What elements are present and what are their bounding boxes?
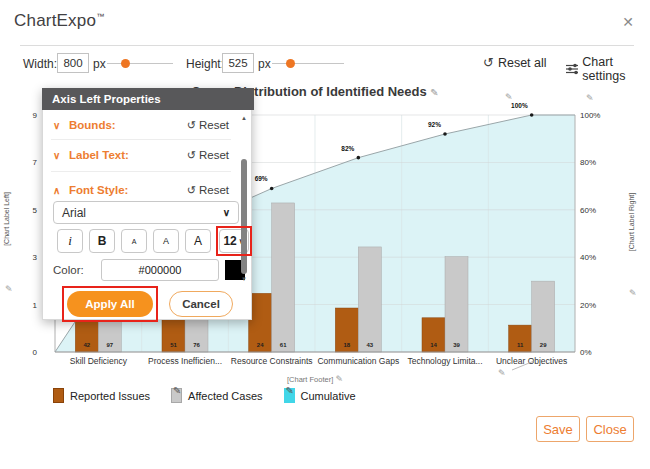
width-slider[interactable] [107,62,173,66]
edit-right-label-pencil-icon[interactable]: ✎ [629,288,637,298]
chart-footer: [Chart Footer] ✎ [55,374,575,384]
x-axis-category-label: Resource Constraints [231,356,313,366]
legend-label: Affected Cases [188,390,262,402]
chevron-down-icon[interactable]: ∨ [53,150,69,161]
font-family-select[interactable]: Arial ∨ [53,201,239,224]
cumulative-point-label: 82% [341,145,354,152]
font-size-small-button[interactable]: A [121,229,147,253]
height-input[interactable] [222,53,254,73]
reset-all-button[interactable]: ↺ Reset all [483,55,547,70]
width-label: Width: [23,57,57,71]
edit-series-pencil-icon[interactable]: ✎ [173,385,181,396]
left-axis-tick-label: 9 [33,111,38,120]
left-axis-tick-label: 7 [33,158,38,167]
right-axis-tick-label: 100% [580,111,600,120]
divider [51,171,231,172]
edit-series-pencil-icon[interactable]: ✎ [286,385,294,396]
left-axis-tick-label: 5 [33,206,38,215]
width-unit: px [93,57,106,71]
color-hex-input[interactable] [101,259,219,281]
height-label: Height: [186,57,224,71]
width-slider-handle[interactable] [121,59,130,68]
save-button[interactable]: Save [536,416,580,442]
bounds-reset-button[interactable]: ↺Reset [187,119,229,132]
right-axis-tick-label: 0% [580,348,592,357]
height-slider[interactable] [272,62,344,66]
divider [51,139,231,140]
right-axis-tick-label: 60% [580,206,596,215]
italic-button[interactable]: i [57,229,83,253]
close-button[interactable]: Close [586,416,634,442]
scroll-down-icon[interactable]: ▼ [240,276,248,282]
legend-item[interactable]: ✎Affected Cases [171,388,262,403]
chartexpo-dialog: ChartExpo™ ✕ Width: px Height: px ↺ Rese… [0,0,650,469]
cancel-button[interactable]: Cancel [169,291,233,317]
section-label-text[interactable]: ∨ Label Text: ↺Reset [53,146,229,164]
cumulative-point [530,113,534,117]
legend-item[interactable]: Reported Issues [53,388,150,403]
font-size-large-button[interactable]: A [185,229,211,253]
chevron-down-icon: ∨ [223,207,230,218]
height-unit: px [258,57,271,71]
chart-settings-button[interactable]: Chart settings [566,55,650,83]
legend-label: Reported Issues [70,390,150,402]
x-axis-category-label: Technology Limita... [407,356,482,366]
right-axis-tick-label: 20% [580,301,596,310]
bar-value-label: 61 [280,342,287,348]
bar-value-label: 24 [257,342,264,348]
x-axis-category-label: Process Inefficien... [148,356,222,366]
bar-value-label: 29 [540,342,547,348]
trademark-symbol: ™ [96,12,104,21]
bar-affected-cases [445,257,468,352]
scrollbar-thumb[interactable] [241,159,247,274]
panel-title: Axis Left Properties [42,88,254,110]
cumulative-point-label: 100% [511,102,528,109]
bar-value-label: 18 [343,342,350,348]
x-axis-category-label: Unclear Objectives [496,356,567,366]
scroll-up-icon[interactable]: ▲ [240,115,248,121]
bold-button[interactable]: B [89,229,115,253]
bar-affected-cases [272,203,295,352]
bar-value-label: 43 [366,342,373,348]
legend-swatch: ✎ [171,388,182,403]
font-size-medium-button[interactable]: A [153,229,179,253]
label-text-reset-button[interactable]: ↺Reset [187,149,229,162]
legend-item[interactable]: ✎Cumulative [284,388,356,403]
edit-title-pencil-icon[interactable]: ✎ [430,87,438,98]
bar-value-label: 76 [193,342,200,348]
cumulative-point [357,156,361,160]
bar-value-label: 97 [106,342,113,348]
cumulative-point [270,187,274,191]
color-label: Color: [53,264,84,276]
font-style-reset-button[interactable]: ↺Reset [187,184,229,197]
legend-swatch [53,388,64,403]
axis-left-properties-panel: Axis Left Properties ∨ Bounds: ↺Reset ∨ … [42,88,252,320]
panel-scrollbar[interactable]: ▲ ▼ [240,115,248,285]
width-slider-track [107,63,173,64]
x-axis-category-label: Skill Deficiency [70,356,128,366]
reset-icon: ↺ [483,55,494,70]
close-icon[interactable]: ✕ [622,14,634,30]
chart-label-left: [Chart Label Left] [3,179,15,259]
left-axis-tick-label: 1 [33,301,38,310]
apply-all-button[interactable]: Apply All [67,291,153,317]
cumulative-point [443,132,447,136]
edit-footer-pencil-icon[interactable]: ✎ [335,374,343,384]
section-bounds[interactable]: ∨ Bounds: ↺Reset [53,116,229,134]
bar-affected-cases [358,247,381,352]
x-axis-category-label: Communication Gaps [317,356,399,366]
app-title: ChartExpo™ [14,11,104,31]
height-slider-handle[interactable] [286,59,295,68]
section-font-style[interactable]: ∧ Font Style: ↺Reset [53,181,229,199]
chevron-down-icon[interactable]: ∨ [53,120,69,131]
bar-value-label: 14 [430,342,437,348]
bar-value-label: 42 [83,342,90,348]
chevron-up-icon[interactable]: ∧ [53,185,69,196]
bar-value-label: 51 [170,342,177,348]
header-divider [20,45,634,46]
edit-left-label-pencil-icon[interactable]: ✎ [5,284,13,294]
left-axis-tick-label: 3 [33,253,38,262]
legend-label: Cumulative [301,390,356,402]
edit-right-axis-pencil-icon[interactable]: ✎ [586,93,594,103]
width-input[interactable] [57,53,89,73]
